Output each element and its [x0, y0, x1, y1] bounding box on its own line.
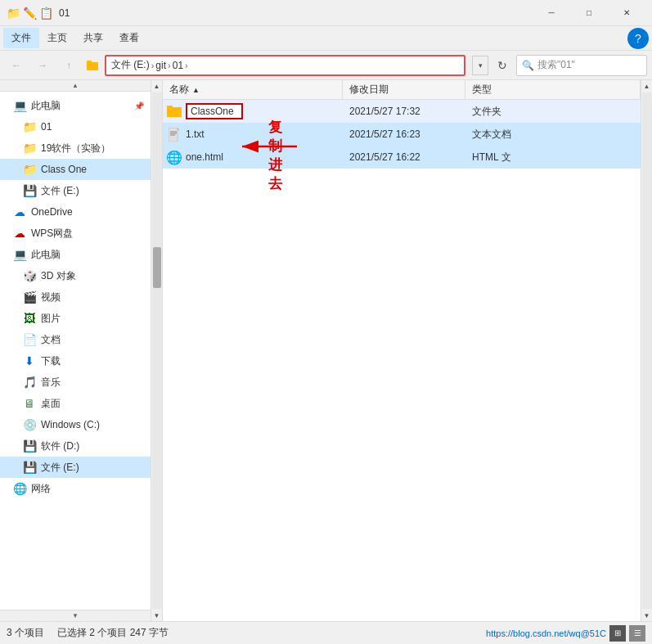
- sidebar-onedrive-label: OneDrive: [31, 206, 73, 218]
- help-button[interactable]: ?: [627, 28, 649, 49]
- sidebar-item-onedrive[interactable]: ☁ OneDrive: [0, 201, 151, 223]
- column-name-header[interactable]: 名称 ▲: [163, 80, 343, 99]
- scrollbar-up-button[interactable]: ▲: [151, 80, 163, 92]
- sidebar-item-video[interactable]: 🎬 视频: [0, 286, 151, 308]
- menu-share[interactable]: 共享: [75, 28, 111, 48]
- toolbar: ← → ↑ 文件 (E:) › git › 01 › ▾ ↻ 🔍 搜索"01": [0, 51, 652, 80]
- breadcrumb-drive[interactable]: 文件 (E:): [111, 58, 150, 72]
- drive-d-icon: 💾: [23, 439, 36, 453]
- file-row-1txt[interactable]: 1.txt 2021/5/27 16:23 文本文档: [163, 123, 641, 146]
- folder-nav-icon: [83, 56, 101, 74]
- sidebar-item-network[interactable]: 🌐 网络: [0, 478, 151, 499]
- sidebar-item-drive-e[interactable]: 💾 文件 (E:): [0, 457, 151, 478]
- classone-type: 文件夹: [472, 105, 637, 119]
- address-dropdown[interactable]: ▾: [472, 56, 488, 75]
- sidebar-item-windows-c[interactable]: 💿 Windows (C:): [0, 414, 151, 435]
- sidebar-drive-e-quick-label: 文件 (E:): [41, 184, 79, 198]
- clipboard-icon: 📋: [39, 7, 52, 20]
- sidebar-desktop-label: 桌面: [41, 397, 61, 411]
- download-icon: ⬇: [23, 354, 36, 367]
- sidebar-item-drive-e-quick[interactable]: 💾 文件 (E:): [0, 180, 151, 201]
- network-icon: 🌐: [13, 482, 26, 495]
- classone-name-cell[interactable]: ClassOne: [186, 103, 349, 119]
- sidebar-3d-label: 3D 对象: [41, 269, 76, 283]
- search-icon: 🔍: [522, 60, 534, 71]
- html-name-cell: one.html: [186, 151, 349, 163]
- menu-file[interactable]: 文件: [3, 28, 39, 48]
- main-container: ▲ 💻 此电脑 📌 📁 01 📁 19软件（实验） 📁: [0, 80, 652, 621]
- menu-home[interactable]: 主页: [39, 28, 75, 48]
- sidebar-item-picture[interactable]: 🖼 图片: [0, 308, 151, 329]
- folder-icon: 📁: [7, 7, 20, 20]
- back-button[interactable]: ←: [5, 54, 28, 77]
- scrollbar-thumb[interactable]: [153, 247, 161, 288]
- txt-filename: 1.txt: [186, 128, 205, 140]
- sidebar-item-docs[interactable]: 📄 文档: [0, 329, 151, 350]
- video-icon: 🎬: [23, 290, 36, 304]
- status-icon-2: ☰: [629, 625, 645, 642]
- search-bar[interactable]: 🔍 搜索"01": [516, 55, 647, 76]
- breadcrumb: 文件 (E:) › git › 01 ›: [111, 58, 188, 72]
- sidebar-windows-c-label: Windows (C:): [41, 419, 100, 430]
- svg-marker-5: [178, 128, 180, 130]
- classone-name-input[interactable]: ClassOne: [186, 103, 243, 119]
- drive-e-quick-icon: 💾: [23, 184, 36, 197]
- maximize-button[interactable]: □: [570, 0, 608, 26]
- sidebar-item-download[interactable]: ⬇ 下载: [0, 350, 151, 372]
- menu-view[interactable]: 查看: [111, 28, 147, 48]
- onedrive-icon: ☁: [13, 205, 26, 218]
- file-scrollbar-track: [642, 92, 652, 609]
- folder-classone-icon: 📁: [23, 163, 36, 176]
- minimize-button[interactable]: ─: [533, 0, 570, 26]
- forward-button[interactable]: →: [31, 54, 54, 77]
- breadcrumb-01[interactable]: 01: [173, 60, 183, 71]
- sidebar-item-drive-d[interactable]: 💾 软件 (D:): [0, 435, 151, 457]
- sidebar-item-this-pc-quick[interactable]: 💻 此电脑 📌: [0, 95, 151, 116]
- svg-rect-3: [167, 106, 173, 109]
- file-row-onehtml[interactable]: 🌐 one.html 2021/5/27 16:22 HTML 文: [163, 146, 641, 169]
- svg-rect-0: [87, 62, 98, 70]
- sidebar-item-01[interactable]: 📁 01: [0, 116, 151, 137]
- file-scrollbar: ▲ ▼: [641, 80, 652, 621]
- breadcrumb-git[interactable]: git: [155, 60, 166, 71]
- sidebar-item-wps[interactable]: ☁ WPS网盘: [0, 223, 151, 244]
- sidebar-item-classone[interactable]: 📁 Class One: [0, 159, 151, 180]
- sidebar-01-label: 01: [41, 121, 52, 133]
- sidebar-classone-label: Class One: [41, 164, 87, 175]
- sidebar-item-music[interactable]: 🎵 音乐: [0, 372, 151, 393]
- sidebar-download-label: 下载: [41, 354, 61, 368]
- item-count: 3 个项目: [7, 626, 44, 640]
- status-url: https://blog.csdn.net/wq@51C: [486, 628, 606, 638]
- window-title: 01: [59, 7, 533, 19]
- sidebar-scroll-down[interactable]: ▼: [0, 610, 151, 621]
- file-scrollbar-up[interactable]: ▲: [641, 80, 653, 92]
- folder-classone-file-icon: [166, 103, 182, 119]
- sidebar-scroll-up[interactable]: ▲: [0, 80, 151, 92]
- file-row-classone[interactable]: ClassOne 2021/5/27 17:32 文件夹: [163, 100, 641, 123]
- refresh-button[interactable]: ↻: [492, 55, 513, 76]
- sidebar-item-this-pc[interactable]: 💻 此电脑: [0, 244, 151, 265]
- address-bar[interactable]: 文件 (E:) › git › 01 ›: [105, 55, 465, 76]
- 3d-icon: 🎲: [23, 269, 36, 282]
- txt-name-cell: 1.txt: [186, 128, 349, 140]
- sidebar-scrollbar: ▲ ▼: [151, 80, 163, 621]
- scrollbar-down-button[interactable]: ▼: [151, 610, 163, 621]
- wps-icon: ☁: [13, 227, 26, 240]
- title-controls: ─ □ ✕: [533, 0, 645, 26]
- file-scrollbar-down[interactable]: ▼: [641, 610, 653, 621]
- status-bar: 3 个项目 已选择 2 个项目 247 字节 https://blog.csdn…: [0, 621, 652, 644]
- sidebar-item-3d[interactable]: 🎲 3D 对象: [0, 265, 151, 286]
- column-date-header[interactable]: 修改日期: [343, 80, 465, 99]
- column-type-header[interactable]: 类型: [465, 80, 641, 99]
- txt-file-icon: [166, 126, 182, 142]
- sidebar-item-desktop[interactable]: 🖥 桌面: [0, 393, 151, 414]
- sidebar-video-label: 视频: [41, 290, 61, 304]
- up-button[interactable]: ↑: [57, 54, 80, 77]
- sidebar-item-19software[interactable]: 📁 19软件（实验）: [0, 137, 151, 159]
- status-left: 3 个项目 已选择 2 个项目 247 字节: [7, 626, 486, 640]
- sidebar-network-label: 网络: [31, 482, 51, 496]
- close-button[interactable]: ✕: [608, 0, 645, 26]
- menu-bar: 文件 主页 共享 查看 ?: [0, 26, 652, 51]
- drive-e-icon: 💾: [23, 461, 36, 474]
- edit-icon: ✏️: [23, 7, 36, 20]
